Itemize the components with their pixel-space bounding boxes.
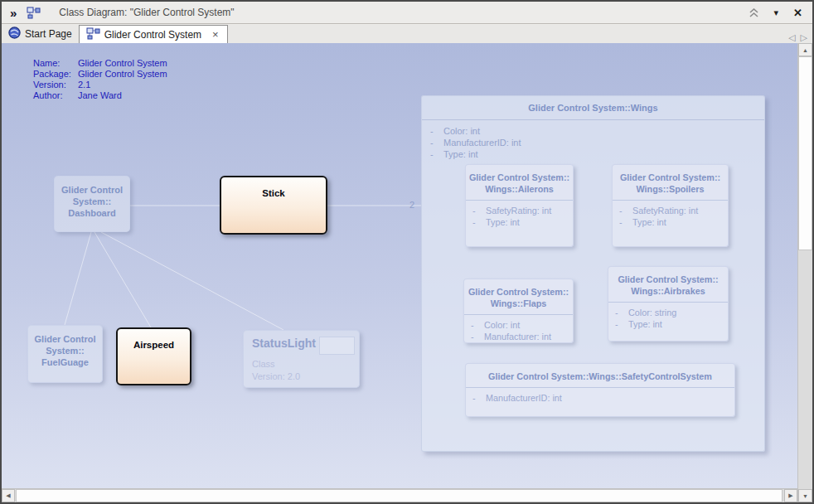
tab-label: Start Page (25, 28, 72, 40)
multiplicity-label: 2 (396, 200, 414, 210)
tab-bar: Start Page Glider Control System × ◁ ▷ (2, 25, 812, 43)
class-diagram-icon (27, 7, 41, 19)
tab-glider-control-system[interactable]: Glider Control System × (79, 25, 228, 43)
attribute-row: -Type: int (466, 216, 573, 228)
attribute-row: -Color: int (422, 125, 764, 137)
attribute-row: -Color: int (464, 319, 573, 331)
vertical-scrollbar[interactable]: ▲ ▼ (797, 43, 812, 502)
note-value: 2.1 (78, 80, 90, 90)
window-title: Class Diagram: "Glider Control System" (59, 7, 234, 18)
class-wings-spoilers[interactable]: Glider Control System:: Wings::Spoilers … (612, 164, 729, 247)
vertical-scrollbar-thumb[interactable] (798, 56, 812, 250)
attribute-row: -SafetyRating: int (613, 205, 728, 216)
close-icon[interactable]: ✕ (793, 7, 802, 19)
note-label: Package: (33, 69, 78, 80)
scroll-left-icon[interactable]: ◀ (2, 489, 15, 502)
scroll-down-icon[interactable]: ▼ (798, 489, 812, 502)
app-window: » Class Diagram: "Glider Control System"… (0, 0, 814, 504)
note-value: Glider Control System (78, 69, 167, 80)
attribute-row: -Type: int (422, 148, 764, 160)
note-value: Jane Ward (78, 90, 122, 101)
class-statuslight[interactable]: StatusLight Class Version: 2.0 (243, 330, 360, 388)
class-name: Airspeed (118, 340, 190, 350)
attribute-row: -ManufacturerID: int (466, 392, 734, 404)
class-stick[interactable]: Stick (220, 176, 327, 235)
attribute-row: -ManufacturerID: int (422, 137, 764, 148)
attribute-row: -SafetyRating: int (466, 205, 573, 216)
note-label: Name: (33, 58, 78, 69)
tab-close-icon[interactable]: × (212, 28, 219, 41)
class-dashboard[interactable]: Glider Control System:: Dashboard (54, 176, 130, 232)
class-stereotype: Class (252, 359, 275, 369)
tab-label: Glider Control System (104, 29, 201, 41)
diagram-properties-note[interactable]: Name:Glider Control System Package:Glide… (33, 58, 167, 101)
collapse-chevron-double-up-icon[interactable] (749, 8, 759, 17)
note-label: Version: (33, 80, 78, 90)
class-wings-airbrakes[interactable]: Glider Control System:: Wings::Airbrakes… (608, 266, 729, 342)
horizontal-scrollbar-thumb[interactable] (16, 489, 783, 502)
attribute-row: -Type: int (608, 318, 728, 330)
note-value: Glider Control System (78, 58, 167, 69)
title-bar: » Class Diagram: "Glider Control System"… (2, 2, 812, 24)
attribute-row: -Type: int (613, 216, 728, 228)
class-version: Version: 2.0 (252, 371, 300, 381)
tab-scroll-left-icon[interactable]: ◁ (788, 32, 795, 43)
class-name: Glider Control System::Wings (422, 96, 764, 120)
attribute-row: -Manufacturer: int (464, 331, 573, 342)
class-diagram-icon (86, 27, 100, 42)
caret-down-icon[interactable]: ▾ (774, 7, 779, 18)
attribute-row: -Color: string (608, 307, 728, 318)
diagram-canvas[interactable]: Name:Glider Control System Package:Glide… (2, 43, 797, 488)
tab-start-page[interactable]: Start Page (2, 25, 79, 43)
start-page-icon (8, 27, 21, 41)
class-wings-ailerons[interactable]: Glider Control System:: Wings::Ailerons … (465, 164, 574, 247)
class-wings-flaps[interactable]: Glider Control System:: Wings::Flaps -Co… (463, 279, 574, 343)
class-compartment-rect (319, 337, 355, 355)
note-label: Author: (33, 90, 78, 101)
tab-scroll-right-icon[interactable]: ▷ (801, 32, 807, 43)
class-name: StatusLight (252, 337, 316, 350)
scroll-up-icon[interactable]: ▲ (798, 43, 812, 56)
class-wings-safetycontrolsystem[interactable]: Glider Control System::Wings::SafetyCont… (465, 363, 735, 417)
class-name: Stick (221, 188, 326, 198)
class-airspeed[interactable]: Airspeed (116, 327, 191, 385)
class-wings[interactable]: Glider Control System::Wings -Color: int… (421, 95, 765, 452)
chevrons-right-icon[interactable]: » (10, 6, 15, 20)
class-fuelguage[interactable]: Glider Control System:: FuelGuage (27, 325, 103, 383)
scroll-right-icon[interactable]: ▶ (784, 489, 797, 502)
horizontal-scrollbar[interactable]: ◀ ▶ (2, 488, 797, 502)
